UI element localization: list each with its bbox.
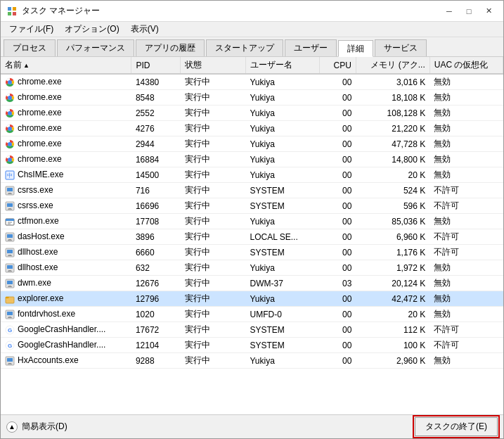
cell-cpu: 00 — [319, 136, 356, 152]
cell-uac: 無効 — [429, 74, 503, 90]
table-row[interactable]: explorer.exe 12796 実行中 Yukiya 00 42,472 … — [1, 291, 503, 307]
svg-rect-1 — [13, 7, 16, 11]
col-header-name[interactable]: 名前▲ — [1, 57, 131, 74]
cell-memory: 20 K — [356, 307, 429, 322]
cell-pid: 1020 — [131, 307, 181, 322]
cell-name: chrome.exe — [1, 136, 131, 152]
cell-memory: 1,176 K — [356, 245, 429, 260]
svg-rect-47 — [8, 271, 12, 272]
process-icon-chsime: 中 — [5, 170, 18, 179]
expand-icon[interactable]: ▲ — [6, 421, 18, 433]
process-icon-chrome — [5, 77, 18, 87]
cell-name: dwm.exe — [1, 276, 131, 291]
svg-rect-64 — [8, 364, 12, 364]
tab-users[interactable]: ユーザー — [285, 39, 337, 56]
cell-user: Yukiya — [246, 260, 320, 276]
col-header-cpu[interactable]: CPU — [319, 57, 356, 74]
cell-memory: 524 K — [356, 183, 429, 198]
cell-pid: 632 — [131, 260, 181, 276]
svg-rect-25 — [7, 188, 13, 191]
cell-memory: 1,972 K — [356, 260, 429, 276]
cell-memory: 108,128 K — [356, 106, 429, 121]
svg-point-18 — [8, 142, 12, 146]
cell-cpu: 00 — [319, 245, 356, 260]
table-row[interactable]: chrome.exe 4276 実行中 Yukiya 00 21,220 K 無… — [1, 121, 503, 136]
cell-uac: 無効 — [429, 121, 503, 136]
svg-point-15 — [8, 127, 12, 130]
col-header-status[interactable]: 状態 — [181, 57, 246, 74]
table-row[interactable]: chrome.exe 16884 実行中 Yukiya 00 14,800 K … — [1, 152, 503, 167]
cell-pid: 12676 — [131, 276, 181, 291]
tab-details[interactable]: 詳細 — [338, 40, 373, 57]
table-row[interactable]: G GoogleCrashHandler.... 17672 実行中 SYSTE… — [1, 322, 503, 338]
tabs-bar: プロセス パフォーマンス アプリの履歴 スタートアップ ユーザー 詳細 サービス — [1, 37, 503, 57]
cell-memory: 20,124 K — [356, 276, 429, 291]
cell-memory: 112 K — [356, 322, 429, 338]
table-row[interactable]: csrss.exe 716 実行中 SYSTEM 00 524 K 不許可 — [1, 183, 503, 198]
cell-status: 実行中 — [181, 214, 246, 229]
cell-status: 実行中 — [181, 106, 246, 121]
menu-options[interactable]: オプション(O) — [59, 22, 124, 37]
cell-user: SYSTEM — [246, 245, 320, 260]
process-icon-chrome — [5, 108, 18, 117]
table-row[interactable]: csrss.exe 16696 実行中 SYSTEM 00 596 K 不許可 — [1, 198, 503, 214]
process-icon-system — [5, 278, 18, 288]
table-scroll[interactable]: 名前▲ PID 状態 ユーザー名 CPU メモリ (アク... UAC の仮想化 — [1, 57, 503, 414]
table-row[interactable]: G GoogleCrashHandler.... 12104 実行中 SYSTE… — [1, 338, 503, 353]
table-row[interactable]: 中 ChsIME.exe 14500 実行中 Yukiya 00 20 K 無効 — [1, 167, 503, 183]
cell-name: csrss.exe — [1, 198, 131, 214]
svg-rect-51 — [8, 286, 12, 287]
process-icon-system — [5, 185, 18, 195]
table-row[interactable]: dllhost.exe 6660 実行中 SYSTEM 00 1,176 K 不… — [1, 245, 503, 260]
expand-label[interactable]: 簡易表示(D) — [22, 421, 67, 433]
tab-process[interactable]: プロセス — [4, 39, 56, 56]
svg-rect-26 — [8, 193, 11, 193]
process-icon-system — [5, 262, 18, 272]
svg-rect-43 — [8, 255, 12, 256]
process-icon-system — [5, 355, 18, 365]
minimize-button[interactable]: ─ — [440, 4, 458, 18]
cell-status: 実行中 — [181, 338, 246, 353]
cell-status: 実行中 — [181, 152, 246, 167]
svg-rect-30 — [8, 208, 11, 209]
cell-memory: 596 K — [356, 198, 429, 214]
cell-pid: 17672 — [131, 322, 181, 338]
tab-services[interactable]: サービス — [375, 39, 427, 56]
cell-memory: 20 K — [356, 167, 429, 183]
menu-file[interactable]: ファイル(F) — [4, 22, 59, 37]
cell-uac: 無効 — [429, 260, 503, 276]
end-task-button[interactable]: タスクの終了(E) — [415, 417, 498, 436]
table-row[interactable]: dllhost.exe 632 実行中 Yukiya 00 1,972 K 無効 — [1, 260, 503, 276]
table-row[interactable]: chrome.exe 8548 実行中 Yukiya 00 18,108 K 無… — [1, 90, 503, 106]
cell-pid: 716 — [131, 183, 181, 198]
cell-status: 実行中 — [181, 229, 246, 245]
table-row[interactable]: dasHost.exe 3896 実行中 LOCAL SE... 00 6,96… — [1, 229, 503, 245]
tab-app-history[interactable]: アプリの履歴 — [136, 39, 205, 56]
table-row[interactable]: chrome.exe 2944 実行中 Yukiya 00 47,728 K 無… — [1, 136, 503, 152]
table-row[interactable]: ctfmon.exe 17708 実行中 Yukiya 00 85,036 K … — [1, 214, 503, 229]
cell-uac: 無効 — [429, 214, 503, 229]
cell-user: Yukiya — [246, 121, 320, 136]
cell-status: 実行中 — [181, 276, 246, 291]
table-row[interactable]: dwm.exe 12676 実行中 DWM-37 03 20,124 K 無効 — [1, 276, 503, 291]
tab-startup[interactable]: スタートアップ — [206, 39, 283, 56]
table-row[interactable]: chrome.exe 2552 実行中 Yukiya 00 108,128 K … — [1, 106, 503, 121]
cell-name: chrome.exe — [1, 90, 131, 106]
cell-status: 実行中 — [181, 322, 246, 338]
close-button[interactable]: ✕ — [479, 4, 498, 18]
table-row[interactable]: fontdrvhost.exe 1020 実行中 UMFD-0 00 20 K … — [1, 307, 503, 322]
cell-pid: 2552 — [131, 106, 181, 121]
col-header-memory[interactable]: メモリ (アク... — [356, 57, 429, 74]
svg-rect-33 — [6, 219, 14, 221]
cell-uac: 不許可 — [429, 229, 503, 245]
table-row[interactable]: HxAccounts.exe 9288 実行中 Yukiya 00 2,960 … — [1, 353, 503, 369]
col-header-uac[interactable]: UAC の仮想化 — [429, 57, 503, 74]
col-header-user[interactable]: ユーザー名 — [246, 57, 320, 74]
col-header-pid[interactable]: PID — [131, 57, 181, 74]
table-row[interactable]: chrome.exe 14380 実行中 Yukiya 00 3,016 K 無… — [1, 74, 503, 90]
tab-performance[interactable]: パフォーマンス — [57, 39, 134, 56]
menu-view[interactable]: 表示(V) — [125, 22, 164, 37]
cell-memory: 18,108 K — [356, 90, 429, 106]
cell-memory: 6,960 K — [356, 229, 429, 245]
maximize-button[interactable]: □ — [460, 4, 478, 18]
